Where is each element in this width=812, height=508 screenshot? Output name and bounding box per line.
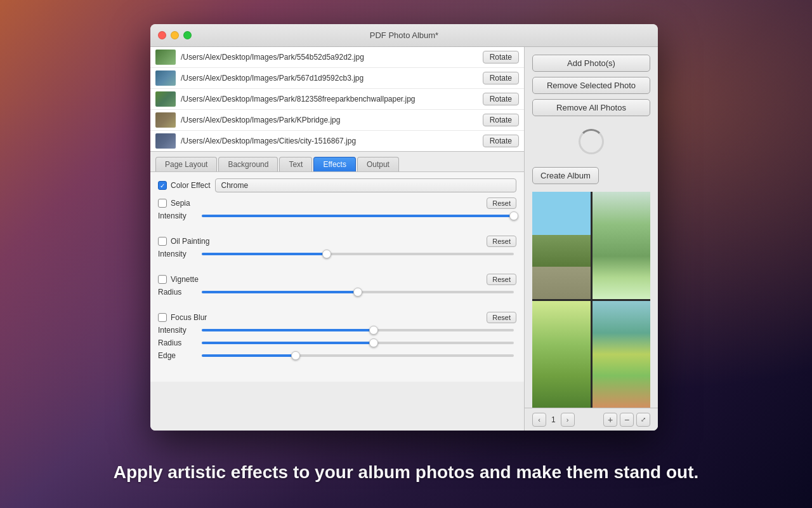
oil-painting-intensity-label: Intensity — [158, 250, 199, 258]
file-list: /Users/Alex/Desktop/Images/Park/554b52d5… — [150, 47, 524, 152]
maximize-button[interactable] — [183, 31, 192, 39]
focus-blur-section: Focus Blur Reset Intensity Radius — [158, 312, 516, 369]
titlebar-buttons — [158, 31, 192, 39]
spinner-area — [525, 121, 658, 162]
vignette-checkbox[interactable] — [158, 275, 167, 284]
right-buttons: Add Photo(s) Remove Selected Photo Remov… — [525, 47, 658, 121]
focus-blur-intensity-thumb — [369, 326, 378, 335]
rotate-button[interactable]: Rotate — [483, 51, 519, 64]
focus-blur-radius-label: Radius — [158, 338, 199, 347]
next-icon: › — [566, 416, 569, 424]
focus-blur-header: Focus Blur Reset — [158, 312, 516, 323]
focus-blur-label: Focus Blur — [171, 313, 207, 322]
zoom-in-button[interactable]: + — [603, 413, 617, 427]
focus-blur-intensity-fill — [202, 329, 374, 331]
close-button[interactable] — [158, 31, 166, 39]
tab-effects[interactable]: Effects — [313, 157, 355, 171]
color-effect-label: Color Effect — [171, 181, 210, 190]
oil-painting-section: Oil Painting Reset Intensity — [158, 236, 516, 267]
sepia-intensity-slider[interactable] — [202, 215, 514, 217]
preview-area — [532, 192, 650, 408]
remove-selected-button[interactable]: Remove Selected Photo — [532, 77, 650, 94]
tab-page-layout[interactable]: Page Layout — [155, 157, 217, 171]
sepia-reset-button[interactable]: Reset — [487, 197, 516, 209]
file-thumbnail — [155, 50, 176, 65]
minimize-button[interactable] — [171, 31, 179, 39]
progress-spinner — [579, 129, 604, 154]
vignette-radius-label: Radius — [158, 288, 199, 297]
focus-blur-intensity-slider[interactable] — [202, 329, 514, 331]
oil-painting-checkbox[interactable] — [158, 237, 167, 246]
vignette-radius-slider[interactable] — [202, 291, 514, 293]
color-effect-checkbox[interactable]: ✓ — [158, 181, 167, 190]
next-page-button[interactable]: › — [561, 413, 575, 427]
focus-blur-intensity-label: Intensity — [158, 326, 199, 335]
app-window: PDF Photo Album* /Users/Alex/Desktop/Ima… — [150, 24, 658, 431]
file-item: /Users/Alex/Desktop/Images/Park/KPbridge… — [150, 110, 524, 131]
sepia-header: Sepia Reset — [158, 197, 516, 209]
file-thumbnail — [155, 91, 176, 107]
vignette-header: Vignette Reset — [158, 274, 516, 285]
titlebar: PDF Photo Album* — [150, 24, 658, 47]
fullscreen-button[interactable]: ⤢ — [636, 413, 650, 427]
left-panel: /Users/Alex/Desktop/Images/Park/554b52d5… — [150, 47, 525, 431]
focus-blur-edge-slider[interactable] — [202, 354, 514, 357]
zoom-out-icon: − — [624, 415, 629, 425]
tab-background[interactable]: Background — [218, 157, 278, 171]
focus-blur-reset-button[interactable]: Reset — [487, 312, 516, 323]
prev-icon: ‹ — [538, 416, 540, 424]
focus-blur-edge-label: Edge — [158, 351, 199, 360]
focus-blur-edge-thumb — [291, 351, 300, 360]
color-effect-select-wrapper: Chrome Fade Instant Mono Noir Process To… — [215, 178, 516, 192]
sepia-intensity-row: Intensity — [158, 211, 516, 220]
fullscreen-icon: ⤢ — [641, 416, 646, 423]
rotate-button[interactable]: Rotate — [483, 93, 519, 105]
focus-blur-edge-fill — [202, 354, 296, 357]
right-panel: Add Photo(s) Remove Selected Photo Remov… — [525, 47, 658, 431]
file-path: /Users/Alex/Desktop/Images/Park/812358fr… — [181, 95, 478, 104]
prev-page-button[interactable]: ‹ — [532, 413, 546, 427]
file-item: /Users/Alex/Desktop/Images/Park/812358fr… — [150, 89, 524, 110]
sepia-label: Sepia — [171, 199, 190, 208]
sepia-checkbox[interactable] — [158, 199, 167, 208]
file-path: /Users/Alex/Desktop/Images/Cities/city-1… — [181, 137, 478, 145]
preview-image-1 — [532, 192, 591, 299]
file-item: /Users/Alex/Desktop/Images/Park/567d1d95… — [150, 68, 524, 89]
focus-blur-checkbox[interactable] — [158, 313, 167, 322]
vignette-label: Vignette — [171, 275, 199, 284]
rotate-button[interactable]: Rotate — [483, 135, 519, 147]
color-effect-select[interactable]: Chrome Fade Instant Mono Noir Process To… — [215, 178, 516, 192]
focus-blur-intensity-row: Intensity — [158, 326, 516, 335]
file-thumbnail — [155, 133, 176, 149]
preview-area-wrapper: ‹ 1 › + − ⤢ — [525, 189, 658, 431]
file-path: /Users/Alex/Desktop/Images/Park/554b52d5… — [181, 53, 478, 62]
file-path: /Users/Alex/Desktop/Images/Park/KPbridge… — [181, 116, 478, 124]
sepia-intensity-fill — [202, 215, 514, 217]
rotate-button[interactable]: Rotate — [483, 114, 519, 126]
color-effect-row: ✓ Color Effect Chrome Fade Instant Mono … — [158, 178, 516, 192]
oil-painting-label: Oil Painting — [171, 237, 209, 246]
file-item: /Users/Alex/Desktop/Images/Cities/city-1… — [150, 131, 524, 151]
focus-blur-radius-fill — [202, 342, 374, 344]
oil-painting-reset-button[interactable]: Reset — [487, 236, 516, 247]
oil-painting-intensity-row: Intensity — [158, 250, 516, 258]
add-photos-button[interactable]: Add Photo(s) — [532, 55, 650, 72]
window-title: PDF Photo Album* — [370, 30, 438, 40]
tab-text[interactable]: Text — [279, 157, 312, 171]
focus-blur-radius-slider[interactable] — [202, 342, 514, 344]
preview-image-2 — [593, 192, 651, 299]
oil-painting-intensity-slider[interactable] — [202, 253, 514, 255]
content-area: /Users/Alex/Desktop/Images/Park/554b52d5… — [150, 47, 658, 431]
zoom-in-icon: + — [608, 415, 613, 425]
vignette-reset-button[interactable]: Reset — [487, 274, 516, 285]
rotate-button[interactable]: Rotate — [483, 72, 519, 84]
create-album-button[interactable]: Create Album — [532, 167, 599, 184]
zoom-out-button[interactable]: − — [620, 413, 634, 427]
sepia-section: Sepia Reset Intensity — [158, 197, 516, 229]
page-number: 1 — [551, 415, 556, 424]
remove-all-button[interactable]: Remove All Photos — [532, 99, 650, 116]
file-path: /Users/Alex/Desktop/Images/Park/567d1d95… — [181, 74, 478, 83]
tab-output[interactable]: Output — [357, 157, 399, 171]
tabs-bar: Page Layout Background Text Effects Outp… — [150, 152, 524, 171]
nav-bar: ‹ 1 › + − ⤢ — [525, 408, 658, 431]
